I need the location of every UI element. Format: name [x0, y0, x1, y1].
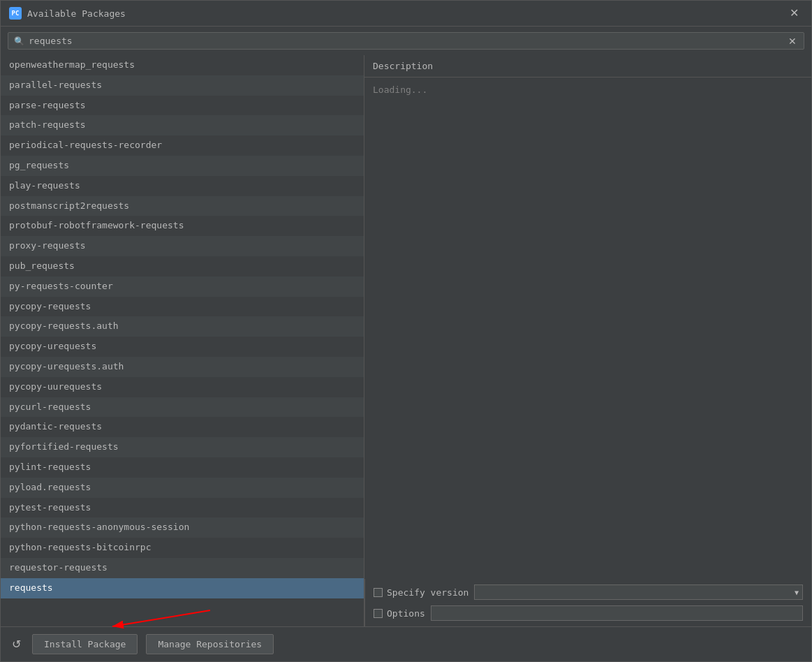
- list-item[interactable]: parse-requests: [1, 96, 364, 116]
- bottom-bar: ↺ Install Package Manage Repositories: [1, 626, 811, 661]
- options-row: Options: [374, 605, 803, 621]
- search-input[interactable]: [29, 36, 783, 46]
- list-item[interactable]: pub_requests: [1, 256, 364, 277]
- list-item[interactable]: requestor-requests: [1, 558, 364, 578]
- search-bar-container: 🔍 ✕: [1, 27, 811, 55]
- options-checkbox[interactable]: [374, 609, 383, 618]
- install-package-button[interactable]: Install Package: [32, 634, 138, 654]
- search-wrapper: 🔍 ✕: [8, 32, 804, 50]
- description-panel: Description Loading... Specify version: [364, 55, 811, 626]
- title-bar: PC Available Packages ✕: [1, 1, 811, 27]
- list-item[interactable]: pylint-requests: [1, 457, 364, 478]
- manage-repositories-button[interactable]: Manage Repositories: [146, 634, 274, 654]
- app-icon: PC: [9, 7, 22, 20]
- list-item[interactable]: py-requests-counter: [1, 277, 364, 297]
- description-body: Loading...: [364, 78, 811, 579]
- options-input[interactable]: [431, 605, 803, 621]
- specify-version-label: Specify version: [387, 587, 468, 598]
- list-item[interactable]: pytest-requests: [1, 498, 364, 518]
- dialog-title: Available Packages: [27, 8, 126, 19]
- specify-version-checkbox[interactable]: [374, 588, 383, 597]
- list-item[interactable]: proxy-requests: [1, 236, 364, 256]
- list-item[interactable]: postmanscript2requests: [1, 196, 364, 216]
- list-item[interactable]: play-requests: [1, 176, 364, 196]
- specify-version-checkbox-wrapper: Specify version: [374, 587, 468, 598]
- list-item[interactable]: python-requests-bitcoinrpc: [1, 538, 364, 558]
- list-item[interactable]: pycurl-requests: [1, 397, 364, 418]
- list-item[interactable]: pycopy-urequests: [1, 337, 364, 357]
- search-icon: 🔍: [14, 36, 24, 46]
- list-item[interactable]: protobuf-robotframework-requests: [1, 216, 364, 236]
- list-item[interactable]: pg_requests: [1, 156, 364, 176]
- list-item[interactable]: pycopy-requests.auth: [1, 316, 364, 337]
- options-checkbox-wrapper: Options: [374, 608, 425, 619]
- list-item[interactable]: pycopy-uurequests: [1, 377, 364, 397]
- search-clear-button[interactable]: ✕: [787, 36, 798, 46]
- list-item[interactable]: pycopy-urequests.auth: [1, 357, 364, 377]
- refresh-button[interactable]: ↺: [9, 635, 24, 654]
- title-bar-left: PC Available Packages: [9, 7, 126, 20]
- options-label: Options: [387, 608, 425, 619]
- list-item[interactable]: parallel-requests: [1, 75, 364, 96]
- main-content: openweathermap_requestsparallel-requests…: [1, 55, 811, 626]
- available-packages-dialog: PC Available Packages ✕ 🔍 ✕ openweatherm…: [0, 0, 812, 662]
- list-item[interactable]: pydantic-requests: [1, 417, 364, 437]
- version-dropdown-wrapper: ▼: [474, 584, 803, 600]
- specify-version-row: Specify version ▼: [374, 584, 803, 600]
- list-item[interactable]: pyfortified-requests: [1, 437, 364, 457]
- list-item[interactable]: openweathermap_requests: [1, 55, 364, 75]
- list-item[interactable]: periodical-requests-recorder: [1, 135, 364, 156]
- bottom-controls: Specify version ▼ Options: [364, 579, 811, 626]
- list-item[interactable]: patch-requests: [1, 115, 364, 135]
- package-list[interactable]: openweathermap_requestsparallel-requests…: [1, 55, 364, 626]
- list-item[interactable]: pyload.requests: [1, 478, 364, 498]
- version-dropdown[interactable]: [474, 584, 803, 600]
- description-header: Description: [364, 55, 811, 78]
- package-list-panel: openweathermap_requestsparallel-requests…: [1, 55, 364, 626]
- list-item[interactable]: pycopy-requests: [1, 297, 364, 317]
- list-item[interactable]: requests: [1, 578, 364, 598]
- description-loading-text: Loading...: [373, 84, 427, 95]
- list-item[interactable]: python-requests-anonymous-session: [1, 517, 364, 538]
- close-button[interactable]: ✕: [785, 6, 803, 20]
